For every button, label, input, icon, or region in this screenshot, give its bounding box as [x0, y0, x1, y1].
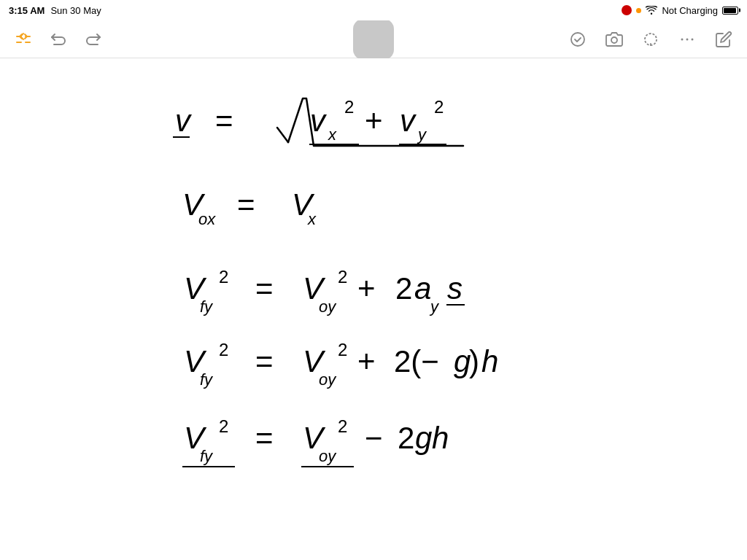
svg-text:=: =	[215, 104, 233, 138]
edit-button[interactable]	[712, 28, 735, 51]
svg-text:=: =	[255, 421, 274, 455]
not-charging-label: Not Charging	[662, 5, 718, 16]
svg-text:2: 2	[395, 271, 412, 306]
svg-text:x: x	[328, 125, 337, 144]
status-bar: 3:15 AM Sun 30 May Not Charging	[0, 0, 747, 20]
svg-text:=: =	[255, 271, 274, 306]
status-right: Not Charging	[622, 5, 738, 16]
home-indicator[interactable]	[353, 19, 394, 60]
svg-text:2: 2	[344, 97, 354, 117]
svg-text:=: =	[255, 344, 274, 378]
status-date: Sun 30 May	[50, 5, 101, 16]
svg-text:v: v	[310, 104, 328, 138]
svg-text:2: 2	[219, 416, 228, 436]
wifi-icon	[646, 6, 657, 15]
battery-icon	[722, 7, 738, 15]
svg-text:oy: oy	[319, 370, 337, 389]
svg-text:fy: fy	[200, 370, 214, 389]
svg-text:2: 2	[219, 267, 228, 287]
svg-point-4	[686, 38, 689, 40]
svg-text:a: a	[414, 271, 431, 306]
check-button[interactable]	[566, 28, 589, 51]
toolbar-left	[12, 28, 105, 51]
svg-text:fy: fy	[200, 447, 214, 465]
svg-text:s: s	[447, 271, 462, 306]
svg-text:2: 2	[219, 340, 228, 359]
svg-text:g: g	[454, 344, 471, 378]
camera-button[interactable]	[603, 28, 626, 51]
svg-text:h: h	[481, 344, 498, 378]
svg-text:): )	[469, 344, 479, 378]
redo-button[interactable]	[82, 28, 105, 51]
status-left: 3:15 AM Sun 30 May	[9, 5, 101, 16]
math-equations: v = v x 2 + v y 2 V ox = V x V fy 2 = V …	[0, 58, 747, 560]
svg-text:2: 2	[338, 267, 347, 287]
svg-point-5	[692, 38, 694, 40]
svg-text:g: g	[415, 421, 432, 455]
toolbar	[0, 20, 747, 58]
svg-text:+: +	[365, 104, 383, 138]
svg-text:=: =	[237, 187, 255, 222]
dot-icon	[636, 8, 641, 13]
content-area: v = v x 2 + v y 2 V ox = V x V fy 2 = V …	[0, 58, 747, 560]
svg-text:2(−: 2(−	[394, 344, 439, 378]
svg-text:+: +	[357, 271, 376, 306]
collapse-button[interactable]	[12, 28, 35, 51]
svg-text:v: v	[175, 104, 193, 138]
svg-text:2: 2	[338, 340, 347, 359]
svg-text:h: h	[432, 421, 449, 455]
svg-text:oy: oy	[319, 298, 337, 316]
svg-text:fy: fy	[200, 298, 214, 316]
status-time: 3:15 AM	[9, 5, 44, 16]
svg-text:x: x	[307, 210, 317, 228]
svg-text:−: −	[365, 421, 383, 455]
svg-text:2: 2	[338, 416, 347, 436]
record-icon	[622, 5, 632, 15]
svg-text:2: 2	[434, 97, 444, 117]
more-button[interactable]	[676, 28, 699, 51]
svg-text:2: 2	[398, 421, 414, 455]
svg-text:ox: ox	[198, 210, 216, 228]
lasso-button[interactable]	[639, 28, 662, 51]
toolbar-right	[566, 28, 735, 51]
svg-text:oy: oy	[319, 447, 337, 465]
home-button-center[interactable]	[353, 19, 394, 60]
svg-text:+: +	[357, 344, 376, 378]
svg-point-1	[611, 37, 617, 43]
undo-button[interactable]	[47, 28, 70, 51]
svg-point-3	[681, 38, 684, 40]
svg-text:y: y	[429, 298, 440, 316]
svg-text:v: v	[400, 104, 417, 138]
svg-text:y: y	[417, 125, 427, 144]
svg-point-0	[571, 33, 584, 46]
